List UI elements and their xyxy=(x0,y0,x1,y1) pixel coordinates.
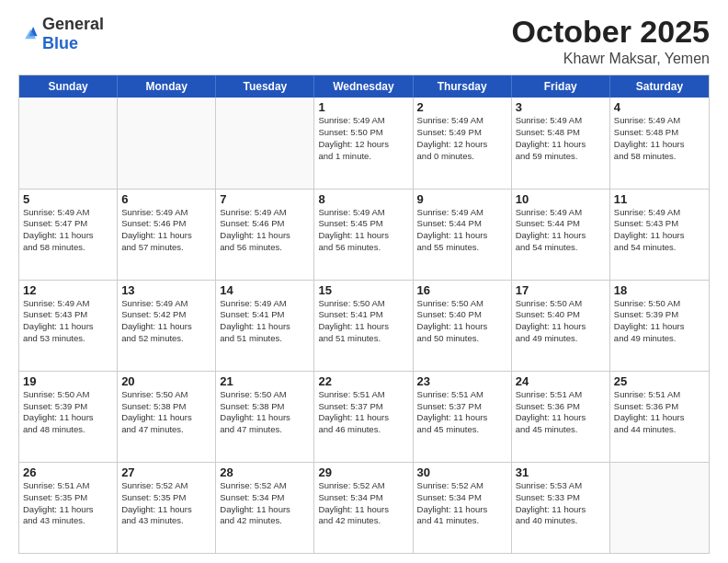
weekday-header: Wednesday xyxy=(314,75,413,98)
day-number: 24 xyxy=(516,374,606,388)
calendar-day-cell: 2Sunrise: 5:49 AM Sunset: 5:49 PM Daylig… xyxy=(414,98,512,188)
day-info: Sunrise: 5:49 AM Sunset: 5:46 PM Dayligh… xyxy=(121,207,211,254)
day-info: Sunrise: 5:49 AM Sunset: 5:43 PM Dayligh… xyxy=(614,207,705,254)
day-info: Sunrise: 5:51 AM Sunset: 5:35 PM Dayligh… xyxy=(23,480,113,527)
title-block: October 2025 Khawr Maksar, Yemen xyxy=(512,15,710,67)
day-number: 2 xyxy=(417,100,507,114)
calendar-day-cell: 24Sunrise: 5:51 AM Sunset: 5:36 PM Dayli… xyxy=(512,372,610,462)
day-info: Sunrise: 5:51 AM Sunset: 5:37 PM Dayligh… xyxy=(417,389,507,436)
calendar-day-cell: 1Sunrise: 5:49 AM Sunset: 5:50 PM Daylig… xyxy=(314,98,413,188)
weekday-header: Thursday xyxy=(414,75,512,98)
day-info: Sunrise: 5:52 AM Sunset: 5:34 PM Dayligh… xyxy=(318,480,408,527)
calendar-day-cell: 16Sunrise: 5:50 AM Sunset: 5:40 PM Dayli… xyxy=(414,281,512,371)
day-number: 18 xyxy=(614,283,705,297)
day-number: 14 xyxy=(220,283,310,297)
day-info: Sunrise: 5:49 AM Sunset: 5:48 PM Dayligh… xyxy=(614,115,705,162)
logo-general: General xyxy=(42,15,104,33)
day-info: Sunrise: 5:49 AM Sunset: 5:48 PM Dayligh… xyxy=(516,115,606,162)
day-number: 10 xyxy=(516,192,606,206)
day-number: 3 xyxy=(516,100,606,114)
day-number: 29 xyxy=(318,465,408,479)
calendar-day-cell: 14Sunrise: 5:49 AM Sunset: 5:41 PM Dayli… xyxy=(216,281,314,371)
day-number: 13 xyxy=(121,283,211,297)
calendar-day-cell: 25Sunrise: 5:51 AM Sunset: 5:36 PM Dayli… xyxy=(610,372,709,462)
calendar-row: 19Sunrise: 5:50 AM Sunset: 5:39 PM Dayli… xyxy=(19,371,709,462)
calendar-day-cell: 28Sunrise: 5:52 AM Sunset: 5:34 PM Dayli… xyxy=(216,463,314,553)
calendar-body: 1Sunrise: 5:49 AM Sunset: 5:50 PM Daylig… xyxy=(19,98,709,553)
day-info: Sunrise: 5:50 AM Sunset: 5:38 PM Dayligh… xyxy=(220,389,310,436)
page: General Blue October 2025 Khawr Maksar, … xyxy=(0,0,728,563)
logo: General Blue xyxy=(18,15,104,53)
day-number: 12 xyxy=(23,283,113,297)
calendar-day-cell: 10Sunrise: 5:49 AM Sunset: 5:44 PM Dayli… xyxy=(512,190,610,280)
day-info: Sunrise: 5:49 AM Sunset: 5:45 PM Dayligh… xyxy=(318,207,408,254)
calendar-day-cell: 27Sunrise: 5:52 AM Sunset: 5:35 PM Dayli… xyxy=(118,463,216,553)
day-number: 23 xyxy=(417,374,507,388)
day-number: 20 xyxy=(121,374,211,388)
calendar-day-cell: 26Sunrise: 5:51 AM Sunset: 5:35 PM Dayli… xyxy=(19,463,118,553)
calendar-row: 5Sunrise: 5:49 AM Sunset: 5:47 PM Daylig… xyxy=(19,189,709,280)
weekday-header: Friday xyxy=(512,75,610,98)
calendar-day-cell: 21Sunrise: 5:50 AM Sunset: 5:38 PM Dayli… xyxy=(216,372,314,462)
day-number: 11 xyxy=(614,192,705,206)
day-info: Sunrise: 5:49 AM Sunset: 5:46 PM Dayligh… xyxy=(220,207,310,254)
day-info: Sunrise: 5:49 AM Sunset: 5:44 PM Dayligh… xyxy=(417,207,507,254)
logo-blue: Blue xyxy=(42,34,78,52)
day-info: Sunrise: 5:49 AM Sunset: 5:41 PM Dayligh… xyxy=(220,298,310,345)
empty-cell xyxy=(118,98,216,188)
weekday-header: Monday xyxy=(118,75,216,98)
calendar-day-cell: 30Sunrise: 5:52 AM Sunset: 5:34 PM Dayli… xyxy=(414,463,512,553)
day-info: Sunrise: 5:50 AM Sunset: 5:38 PM Dayligh… xyxy=(121,389,211,436)
day-number: 26 xyxy=(23,465,113,479)
calendar-day-cell: 5Sunrise: 5:49 AM Sunset: 5:47 PM Daylig… xyxy=(19,190,118,280)
calendar-day-cell: 11Sunrise: 5:49 AM Sunset: 5:43 PM Dayli… xyxy=(610,190,709,280)
day-number: 1 xyxy=(318,100,408,114)
calendar-day-cell: 20Sunrise: 5:50 AM Sunset: 5:38 PM Dayli… xyxy=(118,372,216,462)
empty-cell xyxy=(216,98,314,188)
day-info: Sunrise: 5:49 AM Sunset: 5:50 PM Dayligh… xyxy=(318,115,408,162)
empty-cell xyxy=(19,98,118,188)
day-number: 19 xyxy=(23,374,113,388)
day-number: 8 xyxy=(318,192,408,206)
day-number: 21 xyxy=(220,374,310,388)
day-info: Sunrise: 5:51 AM Sunset: 5:36 PM Dayligh… xyxy=(516,389,606,436)
calendar-row: 1Sunrise: 5:49 AM Sunset: 5:50 PM Daylig… xyxy=(19,98,709,188)
calendar-day-cell: 15Sunrise: 5:50 AM Sunset: 5:41 PM Dayli… xyxy=(314,281,413,371)
day-number: 5 xyxy=(23,192,113,206)
calendar-day-cell: 8Sunrise: 5:49 AM Sunset: 5:45 PM Daylig… xyxy=(314,190,413,280)
day-number: 6 xyxy=(121,192,211,206)
day-number: 27 xyxy=(121,465,211,479)
day-number: 15 xyxy=(318,283,408,297)
calendar-day-cell: 18Sunrise: 5:50 AM Sunset: 5:39 PM Dayli… xyxy=(610,281,709,371)
logo-icon xyxy=(18,24,39,44)
header: General Blue October 2025 Khawr Maksar, … xyxy=(18,15,710,67)
calendar-row: 12Sunrise: 5:49 AM Sunset: 5:43 PM Dayli… xyxy=(19,280,709,371)
calendar-day-cell: 6Sunrise: 5:49 AM Sunset: 5:46 PM Daylig… xyxy=(118,190,216,280)
calendar-day-cell: 3Sunrise: 5:49 AM Sunset: 5:48 PM Daylig… xyxy=(512,98,610,188)
calendar: SundayMondayTuesdayWednesdayThursdayFrid… xyxy=(18,75,710,554)
day-info: Sunrise: 5:52 AM Sunset: 5:35 PM Dayligh… xyxy=(121,480,211,527)
day-number: 30 xyxy=(417,465,507,479)
calendar-day-cell: 4Sunrise: 5:49 AM Sunset: 5:48 PM Daylig… xyxy=(610,98,709,188)
weekday-header: Saturday xyxy=(610,75,709,98)
day-info: Sunrise: 5:49 AM Sunset: 5:42 PM Dayligh… xyxy=(121,298,211,345)
day-number: 22 xyxy=(318,374,408,388)
month-title: October 2025 xyxy=(512,15,710,49)
day-info: Sunrise: 5:50 AM Sunset: 5:39 PM Dayligh… xyxy=(23,389,113,436)
day-info: Sunrise: 5:50 AM Sunset: 5:40 PM Dayligh… xyxy=(417,298,507,345)
day-number: 28 xyxy=(220,465,310,479)
calendar-row: 26Sunrise: 5:51 AM Sunset: 5:35 PM Dayli… xyxy=(19,462,709,553)
day-number: 7 xyxy=(220,192,310,206)
day-info: Sunrise: 5:51 AM Sunset: 5:37 PM Dayligh… xyxy=(318,389,408,436)
day-number: 17 xyxy=(516,283,606,297)
day-info: Sunrise: 5:53 AM Sunset: 5:33 PM Dayligh… xyxy=(516,480,606,527)
calendar-day-cell: 9Sunrise: 5:49 AM Sunset: 5:44 PM Daylig… xyxy=(414,190,512,280)
calendar-day-cell: 31Sunrise: 5:53 AM Sunset: 5:33 PM Dayli… xyxy=(512,463,610,553)
calendar-day-cell: 12Sunrise: 5:49 AM Sunset: 5:43 PM Dayli… xyxy=(19,281,118,371)
day-info: Sunrise: 5:51 AM Sunset: 5:36 PM Dayligh… xyxy=(614,389,705,436)
calendar-day-cell: 17Sunrise: 5:50 AM Sunset: 5:40 PM Dayli… xyxy=(512,281,610,371)
day-info: Sunrise: 5:49 AM Sunset: 5:43 PM Dayligh… xyxy=(23,298,113,345)
day-number: 31 xyxy=(516,465,606,479)
day-info: Sunrise: 5:49 AM Sunset: 5:49 PM Dayligh… xyxy=(417,115,507,162)
day-info: Sunrise: 5:49 AM Sunset: 5:44 PM Dayligh… xyxy=(516,207,606,254)
